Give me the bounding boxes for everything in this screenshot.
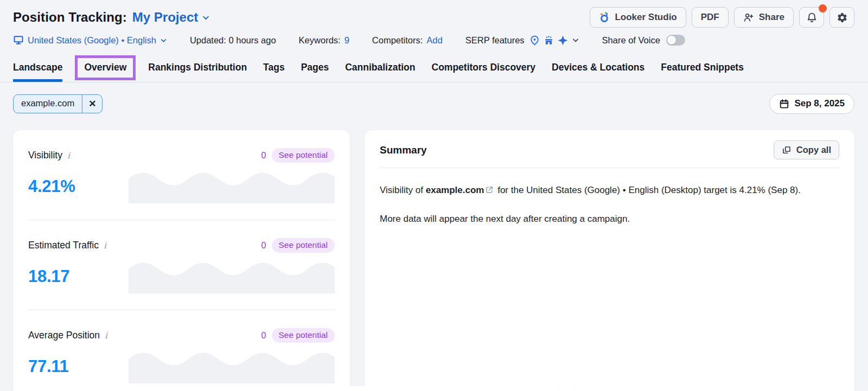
sparkline-placeholder xyxy=(129,350,335,383)
sparkline-placeholder xyxy=(129,260,335,293)
project-name: My Project xyxy=(132,10,198,25)
summary-paragraph-2: More data will appear the next day after… xyxy=(380,211,831,227)
tab-featured-snippets[interactable]: Featured Snippets xyxy=(661,62,744,82)
share-of-voice-control: Share of Voice xyxy=(602,35,685,46)
potential-count: 0 xyxy=(261,331,266,341)
position-tracking-page: Position Tracking: My Project Lo xyxy=(0,0,868,391)
pdf-button[interactable]: PDF xyxy=(692,7,729,28)
tab-overview[interactable]: Overview xyxy=(75,55,136,80)
tab-devices-locations[interactable]: Devices & Locations xyxy=(552,62,644,82)
content-cards: Visibility i 0 See potential 4.21% xyxy=(0,130,868,391)
tab-landscape[interactable]: Landscape xyxy=(13,62,62,82)
share-label: Share xyxy=(759,12,784,23)
competitors-label: Competitors: xyxy=(372,35,423,46)
settings-button[interactable] xyxy=(829,7,854,28)
monitor-icon xyxy=(13,35,24,46)
potential-count: 0 xyxy=(261,241,266,251)
looker-studio-label: Looker Studio xyxy=(615,12,676,23)
date-label: Sep 8, 2025 xyxy=(794,98,845,109)
metric-value: 4.21% xyxy=(28,177,75,196)
share-button[interactable]: Share xyxy=(734,7,794,28)
see-potential-badge[interactable]: See potential xyxy=(272,238,335,253)
copy-all-button[interactable]: Copy all xyxy=(774,140,839,159)
metric-average-position: Average Position i 0 See potential 77.11 xyxy=(28,310,335,391)
metric-label: Estimated Traffic xyxy=(28,240,99,251)
competitors-meta: Competitors: Add xyxy=(372,35,443,46)
metrics-card: Visibility i 0 See potential 4.21% xyxy=(13,130,350,391)
keywords-count-link[interactable]: 9 xyxy=(344,35,349,46)
chevron-down-icon xyxy=(202,14,210,22)
tab-competitors-discovery[interactable]: Competitors Discovery xyxy=(432,62,536,82)
local-pack-icon xyxy=(544,35,554,46)
metric-estimated-traffic: Estimated Traffic i 0 See potential 18.1… xyxy=(28,220,335,310)
pdf-label: PDF xyxy=(701,12,719,23)
looker-studio-icon xyxy=(599,12,610,23)
share-of-voice-toggle[interactable] xyxy=(666,35,685,46)
toggle-knob xyxy=(667,36,676,44)
updated-status: Updated: 0 hours ago xyxy=(190,35,276,46)
metric-label: Average Position xyxy=(28,330,100,341)
summary-p1-before: Visibility of xyxy=(380,185,426,195)
project-selector[interactable]: My Project xyxy=(132,10,210,25)
header: Position Tracking: My Project Lo xyxy=(0,0,868,28)
metric-visibility: Visibility i 0 See potential 4.21% xyxy=(28,130,335,220)
bell-icon xyxy=(806,12,818,23)
date-picker-button[interactable]: Sep 8, 2025 xyxy=(769,94,854,114)
see-potential-badge[interactable]: See potential xyxy=(272,148,335,163)
tab-rankings-distribution[interactable]: Rankings Distribution xyxy=(148,62,247,82)
info-icon[interactable]: i xyxy=(105,330,107,341)
summary-text: Visibility of example.com for the United… xyxy=(380,168,831,241)
sparkline-placeholder xyxy=(129,170,335,203)
info-icon[interactable]: i xyxy=(104,240,106,251)
target-selector[interactable]: United States (Google) • English xyxy=(13,35,167,46)
potential-count: 0 xyxy=(261,151,266,161)
summary-paragraph-1: Visibility of example.com for the United… xyxy=(380,183,831,198)
summary-domain: example.com xyxy=(426,185,484,195)
next-card-partial xyxy=(13,386,559,391)
page-title: Position Tracking: xyxy=(13,10,127,25)
close-icon[interactable]: ✕ xyxy=(82,95,102,113)
domain-chip-label: example.com xyxy=(14,95,82,113)
summary-p1-after: for the United States (Google) • English… xyxy=(495,185,800,195)
serp-features-label: SERP features xyxy=(465,35,525,46)
summary-card: Summary Copy all Visibility of example.c… xyxy=(365,130,854,391)
notification-dot xyxy=(819,4,827,12)
domain-filter-chip[interactable]: example.com ✕ xyxy=(13,94,103,113)
tab-cannibalization[interactable]: Cannibalization xyxy=(345,62,415,82)
person-add-icon xyxy=(743,12,754,23)
target-label: United States (Google) • English xyxy=(28,35,156,46)
metric-value: 18.17 xyxy=(28,267,69,286)
tab-pages[interactable]: Pages xyxy=(301,62,329,82)
chevron-down-icon xyxy=(160,37,167,44)
serp-features-selector[interactable]: SERP features xyxy=(465,35,579,46)
copy-icon xyxy=(782,145,792,155)
header-actions: Looker Studio PDF Share xyxy=(590,7,854,28)
location-pin-icon xyxy=(529,35,540,46)
metric-label: Visibility xyxy=(28,150,62,161)
report-tabs: Landscape Overview Rankings Distribution… xyxy=(0,62,868,82)
gear-icon xyxy=(837,12,848,23)
see-potential-badge[interactable]: See potential xyxy=(272,328,335,343)
share-of-voice-label: Share of Voice xyxy=(602,35,660,46)
looker-studio-button[interactable]: Looker Studio xyxy=(590,7,686,28)
next-card-partial xyxy=(573,386,854,391)
serp-diamond-icon xyxy=(558,35,568,46)
copy-all-label: Copy all xyxy=(796,145,831,155)
info-icon[interactable]: i xyxy=(67,150,70,161)
calendar-icon xyxy=(779,99,789,109)
summary-title: Summary xyxy=(380,144,427,156)
chevron-down-icon xyxy=(572,36,579,44)
keywords-meta: Keywords: 9 xyxy=(299,35,349,46)
campaign-meta-bar: United States (Google) • English Updated… xyxy=(0,35,868,46)
filter-bar: example.com ✕ Sep 8, 2025 xyxy=(0,94,868,114)
notifications-button[interactable] xyxy=(799,7,824,28)
external-link-icon[interactable] xyxy=(485,185,494,194)
competitors-add-link[interactable]: Add xyxy=(426,35,442,46)
tab-tags[interactable]: Tags xyxy=(263,62,285,82)
keywords-label: Keywords: xyxy=(299,35,341,46)
metric-value: 77.11 xyxy=(28,357,68,376)
